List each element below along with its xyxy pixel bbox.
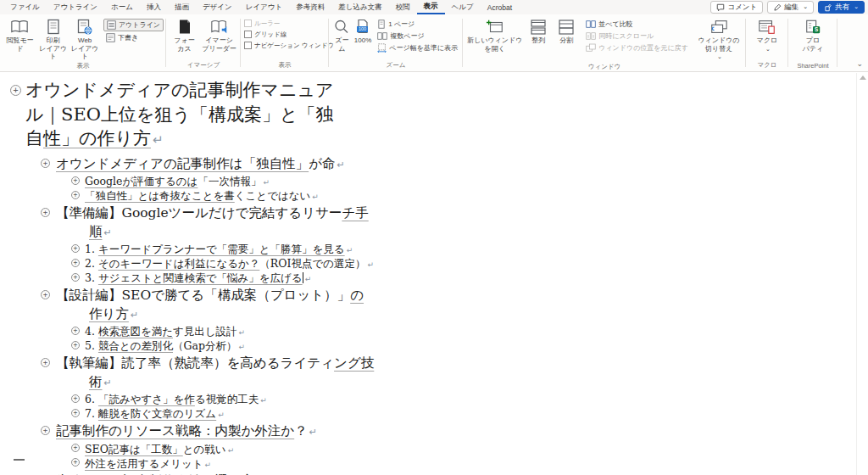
outline-expand-icon[interactable]: + (71, 327, 80, 335)
group-window: 新しいウィンドウ を開く 整列 分割 並べて比較 (463, 14, 746, 71)
print-layout-button[interactable]: 印刷 レイアウト (37, 16, 69, 62)
outline-expand-icon[interactable]: + (71, 191, 80, 199)
outline-view-button[interactable]: アウトライン (103, 19, 164, 31)
outline-text[interactable]: 2. そのキーワードは利益になるか？（ROI視点での選定）↵ (85, 257, 374, 270)
tab-挿入[interactable]: 挿入 (140, 0, 168, 14)
immersive-reader-button[interactable]: イマーシ ブリーダー (200, 16, 238, 53)
outline-text[interactable]: 5. 競合との差別化（Gap分析）↵ (85, 339, 245, 352)
outline-text[interactable]: 「独自性」とは奇抜なことを書くことではない↵ (85, 189, 319, 202)
outline-text-segment: との戦い (183, 443, 226, 455)
multi-page-button[interactable]: 複数ページ (375, 31, 460, 42)
outline-text-segment: そのキーワードは利益になるか？ (98, 257, 259, 270)
tab-校閲[interactable]: 校閲 (389, 0, 417, 14)
outline-text[interactable]: 3. サジェストと関連検索で「悩み」を広げる↵ (85, 271, 311, 284)
ribbon-tabs: ファイルアウトラインホーム挿入描画デザインレイアウト参考資料差し込み文書校閲表示… (3, 0, 519, 14)
tab-ヘルプ[interactable]: ヘルプ (445, 0, 481, 14)
properties-button[interactable]: S プロ パティ (796, 16, 830, 53)
outline-text[interactable]: 4. 検索意図を満たす見出し設計↵ (85, 325, 245, 338)
reset-window-icon (586, 43, 596, 53)
outline-expand-icon[interactable]: + (71, 341, 80, 349)
tab-描画[interactable]: 描画 (168, 0, 196, 14)
outline-expand-icon[interactable]: + (71, 176, 80, 185)
outline-text[interactable]: オウンドメディアの記事制作は「独自性」が命↵ (56, 155, 376, 175)
focus-button[interactable]: フォー カス (169, 16, 200, 53)
vertical-scrollbar[interactable] (856, 73, 868, 475)
arrange-all-button[interactable]: 整列 (524, 16, 553, 46)
outline-expand-icon[interactable]: + (41, 290, 50, 299)
tab-差し込み文書[interactable]: 差し込み文書 (331, 0, 388, 14)
sync-scroll-button[interactable]: 同時にスクロール (583, 31, 691, 42)
outline-expand-icon[interactable]: + (71, 259, 80, 267)
outline-text-segment: 性」の作り方 (43, 128, 151, 148)
outline-text[interactable]: 1. キーワードプランナーで「需要」と「勝算」を見る↵ (85, 243, 353, 255)
word-window: ファイルアウトラインホーム挿入描画デザインレイアウト参考資料差し込み文書校閲表示… (0, 0, 868, 475)
outline-expand-icon[interactable]: + (71, 409, 80, 417)
share-button[interactable]: 共有 (818, 1, 865, 14)
gridlines-checkbox[interactable]: グリッド線 (243, 29, 326, 40)
ruler-checkbox[interactable]: ルーラー (243, 18, 326, 29)
group-immersive-label: イマーシブ (169, 61, 238, 71)
split-button[interactable]: 分割 (553, 16, 580, 46)
tab-ファイル[interactable]: ファイル (3, 0, 47, 14)
reset-window-button[interactable]: ウィンドウの位置を元に戻す (583, 42, 691, 53)
draft-view-button[interactable]: 下書き (103, 32, 164, 43)
group-zoom-label: ズーム (331, 61, 460, 71)
outline-expand-icon[interactable]: + (71, 394, 80, 403)
tab-デザイン[interactable]: デザイン (196, 0, 239, 14)
editing-button[interactable]: 編集 (767, 1, 814, 14)
web-layout-button[interactable]: Web レイアウト (69, 16, 100, 62)
one-page-button[interactable]: 1 ページ (375, 19, 460, 30)
comments-label: コメント (727, 3, 757, 13)
outline-expand-icon[interactable]: + (71, 444, 80, 452)
outline-text-segment: 記事制作のリソース戦略：内製か外注か (56, 423, 294, 439)
tab-Acrobat[interactable]: Acrobat (481, 0, 519, 14)
outline-text[interactable]: 7. 離脱を防ぐ文章のリズム↵ (85, 407, 225, 420)
switch-windows-button[interactable]: ウィンドウの 切り替え (694, 16, 743, 63)
zoom-100-button[interactable]: 100 100% (353, 16, 373, 46)
new-window-icon (486, 19, 504, 36)
side-by-side-button[interactable]: 並べて比較 (583, 19, 691, 30)
new-window-button[interactable]: 新しいウィンドウ を開く (465, 16, 524, 53)
outline-expand-icon[interactable]: + (71, 244, 80, 253)
outline-item: +【準備編】Googleツールだけで完結するリサーチ手順↵ (0, 204, 856, 242)
outline-expand-icon[interactable]: + (10, 85, 21, 96)
outline-expand-icon[interactable]: + (41, 426, 50, 435)
read-mode-button[interactable]: 閲覧モード (3, 16, 37, 53)
tab-ホーム[interactable]: ホーム (104, 0, 140, 14)
outline-expand-icon[interactable]: + (71, 458, 80, 467)
outline-expand-icon[interactable]: + (41, 159, 50, 168)
outline-text[interactable]: SEO記事は「工数」との戦い↵ (85, 443, 234, 455)
arrange-all-icon (530, 19, 547, 36)
outline-text[interactable]: 6. 「読みやすさ」を作る視覚的工夫↵ (85, 393, 267, 405)
tab-表示[interactable]: 表示 (417, 0, 445, 14)
collapse-ribbon-icon[interactable]: ⌄ (856, 59, 863, 68)
outline-text-segment: す見出し設計 (173, 325, 237, 338)
nav-pane-checkbox[interactable]: ナビゲーション ウィンドウ (243, 40, 326, 51)
outline-text-segment: 「読みやすさ」を作 (98, 393, 195, 405)
outline-text[interactable]: Googleが評価するのは「一次情報」↵ (85, 175, 270, 187)
outline-expand-icon[interactable]: + (41, 208, 50, 217)
page-width-button[interactable]: ページ幅を基準に表示 (375, 42, 460, 53)
outline-text[interactable]: 【設計編】SEOで勝てる「構成案（プロット）」の作り方↵ (56, 287, 376, 324)
outline-text-segment: 4. (85, 325, 98, 338)
outline-text[interactable]: 【執筆編】読了率（熟読率）を高めるライティング技術↵ (56, 355, 376, 392)
outline-text[interactable]: 【準備編】Googleツールだけで完結するリサーチ手順↵ (56, 204, 376, 242)
macros-button[interactable]: マクロ (750, 16, 784, 54)
document-canvas[interactable]: +オウンドメディアの記事制作マニュアル｜SEO上位を狙う「構成案」と「独自性」の… (0, 73, 856, 475)
paragraph-mark: ↵ (131, 310, 138, 321)
outline-text-segment: くことではない (235, 189, 311, 202)
outline-text[interactable]: 外注を活用するメリット↵ (85, 457, 211, 470)
outline-text-segment: 5. (85, 339, 98, 352)
comments-button[interactable]: コメント (710, 1, 763, 14)
outline-text[interactable]: オウンドメディアの記事制作マニュアル｜SEO上位を狙う「構成案」と「独自性」の作… (25, 78, 346, 153)
macro-icon (758, 19, 776, 36)
outline-text[interactable]: 失敗しない記事制作会社の選び方↵ (56, 472, 376, 475)
outline-text[interactable]: 記事制作のリソース戦略：内製か外注か？↵ (56, 422, 376, 442)
tab-参考資料[interactable]: 参考資料 (289, 0, 331, 14)
outline-expand-icon[interactable]: + (41, 358, 50, 367)
tab-アウトライン[interactable]: アウトライン (47, 0, 104, 14)
tab-レイアウト[interactable]: レイアウト (239, 0, 290, 14)
outline-text-segment: サジェストと関連検索で「悩み」を広げる (98, 271, 303, 284)
outline-expand-icon[interactable]: + (71, 273, 80, 282)
zoom-button[interactable]: ズーム (331, 16, 353, 53)
